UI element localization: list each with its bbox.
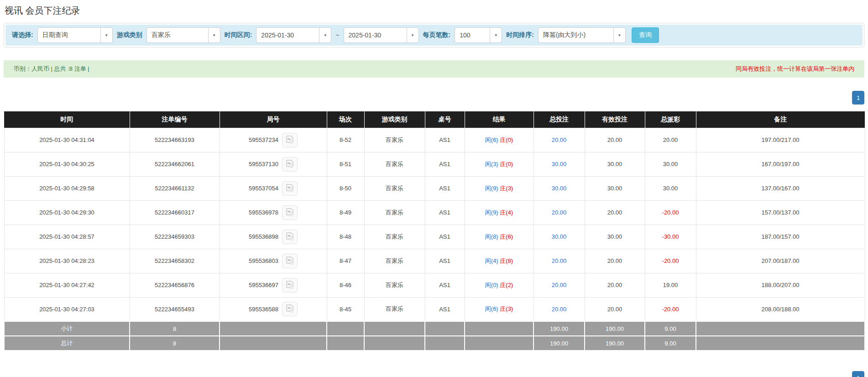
pagination-page-1-button[interactable]: 1	[852, 91, 864, 105]
col-header-valid-bet: 有效投注	[585, 111, 645, 128]
query-type-label: 请选择:	[12, 31, 33, 39]
table-row: 2025-01-30 04:29:30 522234660317 5955369…	[4, 200, 865, 225]
payout: 30.00	[645, 152, 696, 176]
page-size-select[interactable]: 100 ▼	[455, 27, 502, 43]
table-number: AS1	[425, 200, 465, 225]
video-replay-icon	[285, 257, 294, 266]
sort-order-value: 降冪(由大到小)	[539, 28, 613, 42]
video-replay-button[interactable]	[282, 254, 298, 268]
col-header-total-bet: 总投注	[533, 111, 585, 128]
total-bet-link[interactable]: 30.00	[552, 185, 567, 192]
table-row: 2025-01-30 04:27:42 522234656876 5955366…	[4, 273, 865, 297]
date-to-select[interactable]: 2025-01-30 ▼	[344, 27, 419, 43]
video-replay-button[interactable]	[282, 133, 298, 147]
session-number: 8-46	[327, 273, 364, 297]
valid-bet: 30.00	[585, 152, 645, 176]
time-range-label: 时间区间:	[225, 31, 252, 39]
total-bet-cell: 20.00	[533, 200, 585, 225]
remark: 188.00/207.00	[696, 273, 865, 297]
video-replay-button[interactable]	[282, 205, 298, 220]
video-replay-button[interactable]	[282, 157, 298, 172]
payout: -30.00	[645, 225, 696, 249]
game-category-select[interactable]: 百家乐 ▼	[146, 27, 220, 43]
total-bet-link[interactable]: 30.00	[552, 233, 567, 240]
table-number: AS1	[425, 152, 465, 176]
col-header-round-id: 局号	[220, 111, 327, 128]
total-bet-link[interactable]: 20.00	[552, 136, 567, 143]
game-category: 百家乐	[364, 273, 425, 297]
query-type-select[interactable]: 日期查询 ▼	[37, 27, 113, 43]
date-to-value: 2025-01-30	[344, 28, 407, 42]
round-id-cell: 595537130	[220, 152, 327, 176]
remark: 208.00/188.00	[696, 297, 865, 321]
total-payout: 9.00	[645, 336, 696, 351]
session-number: 8-49	[327, 200, 364, 225]
tilde-separator: ~	[335, 31, 339, 39]
round-id: 595537130	[249, 161, 278, 168]
payout: 19.00	[645, 273, 696, 297]
table-header-row: 时间 注单编号 局号 场次 游戏类别 桌号 结果 总投注 有效投注 总派彩 备注	[4, 111, 865, 128]
round-id: 595537054	[249, 185, 278, 192]
table-number: AS1	[425, 176, 465, 200]
total-bet-cell: 30.00	[533, 225, 585, 249]
subtotal-valid-bet: 190.00	[585, 321, 645, 336]
bet-time: 2025-01-30 04:28:57	[4, 225, 130, 249]
search-button[interactable]: 查询	[632, 27, 659, 43]
valid-bet: 20.00	[585, 249, 645, 273]
result-banker: 庄(0)	[500, 136, 513, 143]
total-bet-cell: 20.00	[533, 297, 585, 321]
total-bet-link[interactable]: 30.00	[552, 161, 567, 168]
total-bet-link[interactable]: 20.00	[552, 257, 567, 264]
pagination-top: 1	[4, 91, 864, 105]
result-banker: 庄(3)	[500, 185, 513, 192]
table-row: 2025-01-30 04:28:57 522234659303 5955368…	[4, 225, 865, 249]
total-bet-link[interactable]: 20.00	[552, 282, 567, 288]
total-bet-cell: 20.00	[533, 249, 585, 273]
round-id: 595536803	[249, 257, 278, 264]
bet-time: 2025-01-30 04:31:04	[4, 128, 130, 152]
round-id: 595536898	[249, 233, 278, 240]
video-replay-button[interactable]	[282, 302, 298, 316]
date-from-select[interactable]: 2025-01-30 ▼	[256, 27, 331, 43]
filter-panel: 请选择: 日期查询 ▼ 游戏类别 百家乐 ▼ 时间区间: 2025-01-30 …	[4, 23, 864, 47]
round-id: 595537234	[249, 136, 278, 143]
col-header-session: 场次	[327, 111, 364, 128]
bet-id: 522234662061	[130, 152, 220, 176]
sort-order-select[interactable]: 降冪(由大到小) ▼	[538, 27, 626, 43]
bet-id: 522234655493	[130, 297, 220, 321]
pagination-bottom-page-1-button[interactable]: 1	[852, 371, 864, 377]
col-header-game: 游戏类别	[364, 111, 425, 128]
currency-total-text: 币别：人民币 | 总共 :8 注单 |	[14, 65, 89, 73]
video-replay-icon	[285, 281, 294, 290]
total-bet-link[interactable]: 20.00	[552, 306, 567, 313]
game-category-label: 游戏类别	[117, 31, 142, 39]
table-number: AS1	[425, 273, 465, 297]
subtotal-label: 小计	[4, 321, 130, 336]
video-replay-button[interactable]	[282, 181, 298, 196]
chevron-down-icon: ▼	[407, 28, 418, 42]
empty-cell	[696, 321, 865, 336]
chevron-down-icon: ▼	[490, 28, 502, 42]
video-replay-button[interactable]	[282, 278, 298, 293]
bet-time: 2025-01-30 04:28:23	[4, 249, 130, 273]
round-id: 595536697	[249, 282, 278, 288]
subtotal-row: 小计 8 190.00 190.00 9.00	[4, 321, 865, 336]
result-player: 闲(9)	[485, 185, 498, 192]
video-replay-icon	[285, 136, 294, 145]
video-replay-button[interactable]	[282, 230, 298, 244]
total-bet-link[interactable]: 20.00	[552, 209, 567, 216]
result-cell: 闲(8) 庄(6)	[465, 225, 533, 249]
total-valid-bet: 190.00	[585, 336, 645, 351]
payout: -20.00	[645, 200, 696, 225]
valid-bet: 20.00	[585, 273, 645, 297]
table-row: 2025-01-30 04:30:25 522234662061 5955371…	[4, 152, 865, 176]
total-bet-cell: 30.00	[533, 152, 585, 176]
bet-id: 522234660317	[130, 200, 220, 225]
session-number: 8-52	[327, 128, 364, 152]
subtotal-payout: 9.00	[645, 321, 696, 336]
payout: -20.00	[645, 297, 696, 321]
bet-id: 522234663193	[130, 128, 220, 152]
bet-time: 2025-01-30 04:29:58	[4, 176, 130, 200]
valid-bet: 30.00	[585, 225, 645, 249]
empty-cell	[364, 336, 425, 351]
